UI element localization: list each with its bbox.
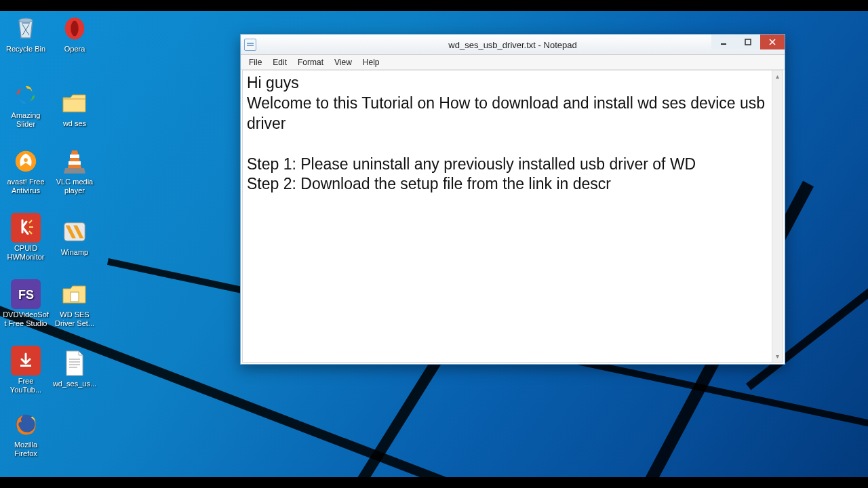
desktop-icon-label: wd_ses_us... — [52, 380, 98, 388]
svg-point-0 — [19, 18, 33, 22]
letterbox-bottom — [0, 477, 868, 488]
desktop-icon-opera[interactable]: Opera — [50, 14, 99, 68]
desktop-icon-avast[interactable]: avast! Free Antivirus — [1, 146, 50, 201]
recycle-bin-icon — [11, 14, 41, 43]
textfile-icon — [60, 348, 90, 378]
svg-rect-9 — [71, 292, 79, 302]
letterbox-top — [0, 0, 868, 11]
desktop-icon-firefox[interactable]: Mozilla Firefox — [1, 409, 50, 464]
desktop-icon-free-youtube[interactable]: Free YouTub... — [1, 346, 50, 400]
vertical-scrollbar[interactable]: ▴ ▾ — [772, 70, 783, 362]
scroll-up-button[interactable]: ▴ — [772, 70, 783, 82]
desktop-icon-dvdvideosoft[interactable]: FS DVDVideoSoft Free Studio — [1, 279, 50, 333]
close-button[interactable] — [760, 35, 785, 49]
desktop-icon-recycle-bin[interactable]: Recycle Bin — [1, 14, 50, 68]
folder-icon — [60, 279, 90, 309]
menu-help[interactable]: Help — [357, 56, 385, 68]
menubar: File Edit Format View Help — [241, 55, 785, 70]
desktop-icon-label: Recycle Bin — [3, 45, 49, 54]
menu-view[interactable]: View — [329, 56, 357, 68]
desktop-icon-label: avast! Free Antivirus — [3, 178, 49, 195]
desktop-icon-label: Winamp — [52, 248, 98, 257]
svg-text:FS: FS — [18, 288, 34, 302]
desktop-icon-label: Opera — [52, 45, 98, 54]
titlebar[interactable]: wd_ses_usb_driver.txt - Notepad — [241, 35, 785, 55]
vlc-icon — [60, 146, 90, 176]
svg-rect-6 — [68, 161, 81, 165]
notepad-window[interactable]: wd_ses_usb_driver.txt - Notepad File Edi… — [240, 34, 785, 365]
window-title: wd_ses_usb_driver.txt - Notepad — [448, 39, 576, 49]
desktop-icon-label: Free YouTub... — [3, 377, 49, 394]
download-icon — [11, 346, 41, 375]
desktop-icon-wd-ses-txt[interactable]: wd_ses_us... — [50, 348, 99, 403]
desktop-icon-label: DVDVideoSoft Free Studio — [3, 310, 49, 327]
cpuid-icon — [11, 213, 41, 243]
notepad-app-icon — [244, 39, 256, 51]
editor-area: Hi guys Welcome to this Tutorial on How … — [242, 70, 783, 363]
winamp-icon — [60, 217, 90, 247]
svg-rect-13 — [745, 39, 751, 45]
folder-icon — [60, 88, 90, 118]
desktop-icon-label: Mozilla Firefox — [3, 441, 49, 458]
minimize-button[interactable] — [711, 35, 736, 49]
desktop-icon-label: Amazing Slider — [3, 111, 49, 128]
desktop[interactable]: Recycle Bin Opera Amazing Slider wd ses — [0, 11, 868, 477]
svg-rect-10 — [20, 365, 31, 367]
svg-point-4 — [24, 158, 28, 162]
svg-rect-12 — [721, 43, 726, 45]
desktop-icon-label: VLC media player — [52, 178, 98, 195]
window-controls — [711, 35, 785, 49]
svg-rect-5 — [70, 155, 79, 158]
opera-icon — [60, 14, 90, 43]
desktop-icon-wd-ses-driver[interactable]: WD SES Driver Set... — [50, 279, 99, 333]
desktop-icon-label: CPUID HWMonitor — [3, 244, 49, 261]
desktop-icon-winamp[interactable]: Winamp — [50, 217, 99, 271]
firefox-icon — [11, 409, 41, 439]
desktop-icon-vlc[interactable]: VLC media player — [50, 146, 99, 201]
desktop-icon-wd-ses-folder[interactable]: wd ses — [50, 88, 99, 142]
menu-edit[interactable]: Edit — [267, 56, 292, 68]
menu-file[interactable]: File — [243, 56, 267, 68]
desktop-icon-label: WD SES Driver Set... — [52, 310, 98, 327]
menu-format[interactable]: Format — [292, 56, 329, 68]
maximize-button[interactable] — [736, 35, 760, 49]
desktop-icon-label: wd ses — [52, 119, 98, 128]
fs-icon: FS — [11, 279, 41, 309]
desktop-icon-cpuid[interactable]: CPUID HWMonitor — [1, 213, 50, 267]
avast-icon — [11, 146, 41, 176]
scroll-down-button[interactable]: ▾ — [772, 350, 783, 362]
desktop-icon-amazing-slider[interactable]: Amazing Slider — [1, 80, 50, 134]
svg-point-2 — [71, 21, 78, 37]
swirl-icon — [11, 80, 41, 110]
text-editor[interactable]: Hi guys Welcome to this Tutorial on How … — [243, 70, 772, 362]
